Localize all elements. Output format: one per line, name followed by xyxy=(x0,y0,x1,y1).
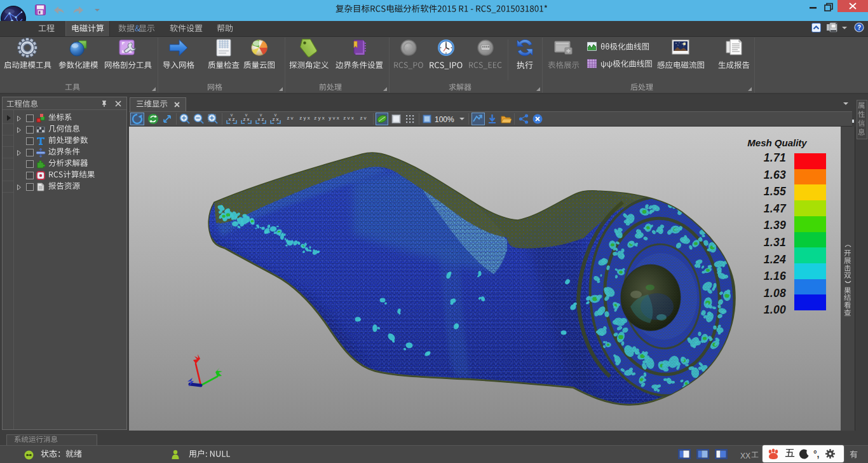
svg-text:?: ? xyxy=(857,24,861,31)
